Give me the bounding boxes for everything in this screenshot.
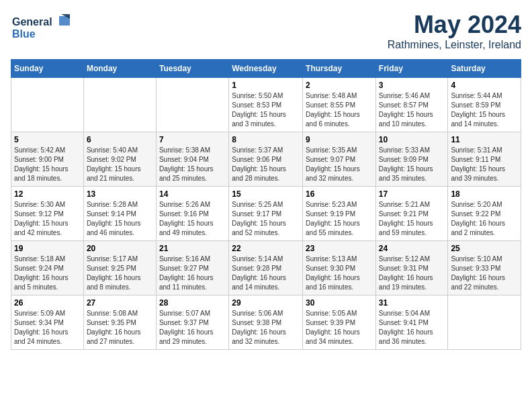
calendar-cell: 21Sunrise: 5:16 AM Sunset: 9:27 PM Dayli…	[156, 241, 228, 295]
day-number: 4	[451, 81, 518, 90]
logo: General Blue	[11, 11, 71, 41]
calendar-cell: 5Sunrise: 5:42 AM Sunset: 9:00 PM Daylig…	[11, 132, 84, 187]
week-row-5: 26Sunrise: 5:09 AM Sunset: 9:34 PM Dayli…	[11, 295, 521, 350]
day-info: Sunrise: 5:28 AM Sunset: 9:14 PM Dayligh…	[87, 200, 153, 238]
calendar-cell: 15Sunrise: 5:25 AM Sunset: 9:17 PM Dayli…	[229, 187, 303, 241]
calendar-cell: 19Sunrise: 5:18 AM Sunset: 9:24 PM Dayli…	[11, 241, 84, 295]
day-number: 3	[379, 81, 445, 90]
day-info: Sunrise: 5:08 AM Sunset: 9:35 PM Dayligh…	[87, 309, 153, 347]
day-info: Sunrise: 5:30 AM Sunset: 9:12 PM Dayligh…	[14, 200, 81, 238]
calendar-cell: 6Sunrise: 5:40 AM Sunset: 9:02 PM Daylig…	[83, 132, 156, 187]
calendar-title: May 2024	[388, 11, 521, 39]
day-info: Sunrise: 5:26 AM Sunset: 9:16 PM Dayligh…	[159, 200, 226, 238]
day-header-wednesday: Wednesday	[229, 60, 303, 78]
header-row: SundayMondayTuesdayWednesdayThursdayFrid…	[11, 60, 521, 78]
day-header-monday: Monday	[83, 60, 156, 78]
calendar-cell: 28Sunrise: 5:07 AM Sunset: 9:37 PM Dayli…	[156, 295, 228, 350]
calendar-cell	[11, 78, 84, 132]
svg-text:Blue: Blue	[12, 28, 36, 40]
calendar-cell: 14Sunrise: 5:26 AM Sunset: 9:16 PM Dayli…	[156, 187, 228, 241]
day-number: 30	[306, 298, 373, 308]
calendar-cell: 9Sunrise: 5:35 AM Sunset: 9:07 PM Daylig…	[303, 132, 376, 187]
day-header-sunday: Sunday	[11, 60, 84, 78]
day-info: Sunrise: 5:42 AM Sunset: 9:00 PM Dayligh…	[14, 146, 81, 183]
day-info: Sunrise: 5:50 AM Sunset: 8:53 PM Dayligh…	[232, 91, 300, 129]
day-info: Sunrise: 5:06 AM Sunset: 9:38 PM Dayligh…	[232, 309, 300, 347]
week-row-1: 1Sunrise: 5:50 AM Sunset: 8:53 PM Daylig…	[11, 78, 521, 132]
day-info: Sunrise: 5:13 AM Sunset: 9:30 PM Dayligh…	[306, 255, 373, 292]
day-info: Sunrise: 5:16 AM Sunset: 9:27 PM Dayligh…	[159, 255, 226, 292]
day-info: Sunrise: 5:17 AM Sunset: 9:25 PM Dayligh…	[87, 255, 153, 292]
day-number: 19	[14, 244, 81, 253]
day-number: 13	[87, 189, 153, 199]
day-info: Sunrise: 5:14 AM Sunset: 9:28 PM Dayligh…	[232, 255, 300, 292]
day-number: 25	[451, 244, 518, 253]
day-info: Sunrise: 5:18 AM Sunset: 9:24 PM Dayligh…	[14, 255, 81, 292]
calendar-cell: 10Sunrise: 5:33 AM Sunset: 9:09 PM Dayli…	[375, 132, 448, 187]
day-info: Sunrise: 5:20 AM Sunset: 9:22 PM Dayligh…	[451, 200, 518, 238]
day-number: 5	[14, 135, 81, 144]
calendar-cell: 7Sunrise: 5:38 AM Sunset: 9:04 PM Daylig…	[156, 132, 228, 187]
calendar-cell: 30Sunrise: 5:05 AM Sunset: 9:39 PM Dayli…	[303, 295, 376, 350]
calendar-cell: 1Sunrise: 5:50 AM Sunset: 8:53 PM Daylig…	[229, 78, 303, 132]
calendar-cell: 18Sunrise: 5:20 AM Sunset: 9:22 PM Dayli…	[448, 187, 521, 241]
day-number: 9	[306, 135, 373, 144]
calendar-cell: 2Sunrise: 5:48 AM Sunset: 8:55 PM Daylig…	[303, 78, 376, 132]
calendar-subtitle: Rathmines, Leinster, Ireland	[388, 39, 521, 51]
day-info: Sunrise: 5:21 AM Sunset: 9:21 PM Dayligh…	[379, 200, 445, 238]
day-number: 6	[87, 135, 153, 144]
day-info: Sunrise: 5:44 AM Sunset: 8:59 PM Dayligh…	[451, 91, 518, 129]
day-number: 29	[232, 298, 300, 308]
calendar-cell: 11Sunrise: 5:31 AM Sunset: 9:11 PM Dayli…	[448, 132, 521, 187]
calendar-cell	[156, 78, 228, 132]
title-area: May 2024 Rathmines, Leinster, Ireland	[388, 11, 521, 51]
day-number: 15	[232, 189, 300, 199]
day-number: 8	[232, 135, 300, 144]
day-info: Sunrise: 5:10 AM Sunset: 9:33 PM Dayligh…	[451, 255, 518, 292]
day-info: Sunrise: 5:31 AM Sunset: 9:11 PM Dayligh…	[451, 146, 518, 183]
calendar-cell: 29Sunrise: 5:06 AM Sunset: 9:38 PM Dayli…	[229, 295, 303, 350]
header: General Blue May 2024 Rathmines, Leinste…	[11, 11, 521, 51]
day-number: 14	[159, 189, 226, 199]
calendar-cell: 31Sunrise: 5:04 AM Sunset: 9:41 PM Dayli…	[375, 295, 448, 350]
day-info: Sunrise: 5:35 AM Sunset: 9:07 PM Dayligh…	[306, 146, 373, 183]
day-number: 31	[379, 298, 445, 308]
day-number: 10	[379, 135, 445, 144]
day-number: 12	[14, 189, 81, 199]
calendar-cell: 25Sunrise: 5:10 AM Sunset: 9:33 PM Dayli…	[448, 241, 521, 295]
calendar-cell: 22Sunrise: 5:14 AM Sunset: 9:28 PM Dayli…	[229, 241, 303, 295]
day-info: Sunrise: 5:05 AM Sunset: 9:39 PM Dayligh…	[306, 309, 373, 347]
logo-svg: General Blue	[11, 11, 71, 41]
day-header-thursday: Thursday	[303, 60, 376, 78]
day-number: 20	[87, 244, 153, 253]
day-number: 17	[379, 189, 445, 199]
day-number: 22	[232, 244, 300, 253]
day-header-tuesday: Tuesday	[156, 60, 228, 78]
calendar-cell: 17Sunrise: 5:21 AM Sunset: 9:21 PM Dayli…	[375, 187, 448, 241]
calendar-cell: 3Sunrise: 5:46 AM Sunset: 8:57 PM Daylig…	[375, 78, 448, 132]
day-number: 7	[159, 135, 226, 144]
day-number: 18	[451, 189, 518, 199]
day-info: Sunrise: 5:46 AM Sunset: 8:57 PM Dayligh…	[379, 91, 445, 129]
day-info: Sunrise: 5:07 AM Sunset: 9:37 PM Dayligh…	[159, 309, 226, 347]
calendar-cell: 16Sunrise: 5:23 AM Sunset: 9:19 PM Dayli…	[303, 187, 376, 241]
day-number: 27	[87, 298, 153, 308]
day-info: Sunrise: 5:09 AM Sunset: 9:34 PM Dayligh…	[14, 309, 81, 347]
day-number: 23	[306, 244, 373, 253]
day-number: 24	[379, 244, 445, 253]
day-info: Sunrise: 5:38 AM Sunset: 9:04 PM Dayligh…	[159, 146, 226, 183]
day-number: 2	[306, 81, 373, 90]
day-header-friday: Friday	[375, 60, 448, 78]
day-number: 16	[306, 189, 373, 199]
day-number: 21	[159, 244, 226, 253]
day-info: Sunrise: 5:33 AM Sunset: 9:09 PM Dayligh…	[379, 146, 445, 183]
calendar-table: SundayMondayTuesdayWednesdayThursdayFrid…	[11, 59, 521, 350]
week-row-3: 12Sunrise: 5:30 AM Sunset: 9:12 PM Dayli…	[11, 187, 521, 241]
calendar-cell: 26Sunrise: 5:09 AM Sunset: 9:34 PM Dayli…	[11, 295, 84, 350]
calendar-cell: 13Sunrise: 5:28 AM Sunset: 9:14 PM Dayli…	[83, 187, 156, 241]
day-info: Sunrise: 5:23 AM Sunset: 9:19 PM Dayligh…	[306, 200, 373, 238]
calendar-cell: 12Sunrise: 5:30 AM Sunset: 9:12 PM Dayli…	[11, 187, 84, 241]
day-info: Sunrise: 5:12 AM Sunset: 9:31 PM Dayligh…	[379, 255, 445, 292]
day-number: 28	[159, 298, 226, 308]
calendar-cell: 8Sunrise: 5:37 AM Sunset: 9:06 PM Daylig…	[229, 132, 303, 187]
